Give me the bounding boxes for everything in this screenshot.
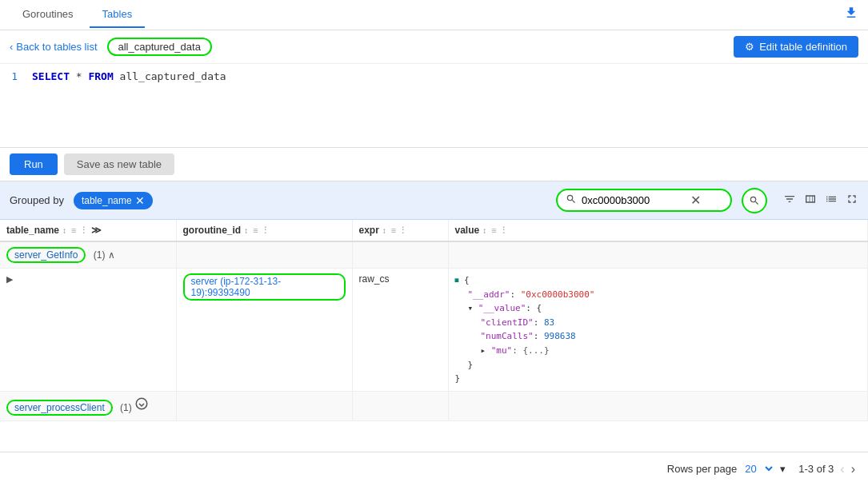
rows-per-page-select[interactable]: 20 50 100 bbox=[742, 462, 775, 476]
goroutine-id-cell: server (ip-172-31-13-19):99393490 bbox=[176, 269, 352, 392]
col-menu-icon-3[interactable]: ≡ ⋮ bbox=[391, 225, 407, 236]
pagination: 1-3 of 3 ‹ › bbox=[798, 462, 855, 476]
teal-dot: ■ bbox=[455, 277, 459, 284]
empty-cell bbox=[176, 241, 352, 269]
download-icon[interactable] bbox=[844, 6, 858, 24]
json-expand-mu[interactable]: ▸ bbox=[481, 345, 486, 356]
expr-cell: raw_cs bbox=[352, 269, 448, 392]
edit-table-button[interactable]: ⚙ Edit table definition bbox=[734, 36, 858, 58]
sort-icon-3[interactable]: ↕ bbox=[382, 226, 386, 235]
group-name-cell: server_GetInfo (1) ∧ bbox=[0, 241, 176, 269]
sql-from: FROM bbox=[88, 70, 113, 82]
expand-icon[interactable] bbox=[846, 193, 858, 209]
json-block: ■ { "__addr": "0xc0000b3000" ▾ "__value"… bbox=[455, 273, 862, 386]
line-numbers: 1 bbox=[0, 70, 26, 141]
tab-tables[interactable]: Tables bbox=[90, 2, 146, 28]
data-table: table_name ↕ ≡ ⋮ ≫ goroutine_id ↕ ≡ ⋮ bbox=[0, 220, 868, 421]
filter-icons bbox=[783, 193, 858, 209]
table-name-badge: all_captured_data bbox=[107, 38, 212, 56]
col-header-table-name: table_name ↕ ≡ ⋮ ≫ bbox=[0, 220, 176, 241]
group-chip[interactable]: table_name ✕ bbox=[74, 192, 153, 209]
gear-icon: ⚙ bbox=[745, 41, 754, 53]
group-toggle-icon-2[interactable] bbox=[134, 402, 149, 413]
empty-cell-6 bbox=[448, 391, 868, 420]
col-menu-icon[interactable]: ≡ ⋮ bbox=[71, 225, 87, 236]
data-table-wrapper: table_name ↕ ≡ ⋮ ≫ goroutine_id ↕ ≡ ⋮ bbox=[0, 220, 868, 452]
line-number: 1 bbox=[8, 70, 18, 82]
group-name-server-processclient[interactable]: server_processClient bbox=[6, 400, 113, 416]
table-row: ▶ server (ip-172-31-13-19):99393490 raw_… bbox=[0, 269, 868, 392]
goroutine-link[interactable]: server (ip-172-31-13-19):99393490 bbox=[183, 273, 346, 301]
sql-select: SELECT bbox=[32, 70, 70, 82]
col-header-goroutine-id: goroutine_id ↕ ≡ ⋮ bbox=[176, 220, 352, 241]
breadcrumb-row: ‹ Back to tables list all_captured_data … bbox=[0, 30, 868, 64]
col-header-value: value ↕ ≡ ⋮ bbox=[448, 220, 868, 241]
search-go-button[interactable] bbox=[742, 188, 767, 213]
table-row: server_GetInfo (1) ∧ bbox=[0, 241, 868, 269]
search-box: ✕ bbox=[556, 189, 732, 212]
col-header-expr: expr ↕ ≡ ⋮ bbox=[352, 220, 448, 241]
json-expand-value[interactable]: ▾ bbox=[468, 303, 474, 313]
table-name-cell: ▶ bbox=[0, 269, 176, 392]
row-expand-icon[interactable]: ▶ bbox=[6, 274, 13, 284]
group-chip-label: table_name bbox=[82, 195, 132, 206]
footer: Rows per page 20 50 100 ▾ 1-3 of 3 ‹ › bbox=[0, 452, 868, 485]
top-nav: Goroutines Tables bbox=[0, 0, 868, 30]
group-count-2: (1) bbox=[120, 402, 132, 413]
search-icon bbox=[566, 193, 577, 207]
next-page-button[interactable]: › bbox=[851, 462, 855, 476]
group-toggle-icon[interactable]: ∧ bbox=[108, 249, 115, 261]
list-icon[interactable] bbox=[825, 193, 838, 209]
empty-cell-4 bbox=[176, 391, 352, 420]
sort-icon-2[interactable]: ↕ bbox=[244, 226, 248, 235]
columns-icon[interactable] bbox=[804, 193, 817, 209]
group-name-server-getinfo[interactable]: server_GetInfo bbox=[6, 247, 86, 263]
rows-per-page: Rows per page 20 50 100 ▾ bbox=[667, 462, 786, 476]
back-to-tables-link[interactable]: ‹ Back to tables list bbox=[10, 41, 98, 53]
empty-cell-2 bbox=[352, 241, 448, 269]
toolbar: Run Save as new table bbox=[0, 148, 868, 181]
col-menu-icon-2[interactable]: ≡ ⋮ bbox=[253, 225, 269, 236]
group-name-cell-2: server_processClient (1) bbox=[0, 391, 176, 420]
col-menu-icon-4[interactable]: ≡ ⋮ bbox=[491, 225, 507, 236]
dropdown-arrow-icon: ▾ bbox=[780, 463, 786, 475]
back-label: Back to tables list bbox=[16, 41, 97, 53]
edit-table-label: Edit table definition bbox=[759, 41, 847, 53]
sort-icon-4[interactable]: ↕ bbox=[482, 226, 486, 235]
chevron-left-icon: ‹ bbox=[10, 41, 13, 53]
empty-cell-3 bbox=[448, 241, 868, 269]
tab-goroutines[interactable]: Goroutines bbox=[10, 2, 86, 28]
prev-page-button[interactable]: ‹ bbox=[840, 462, 844, 476]
save-as-new-table-button[interactable]: Save as new table bbox=[64, 153, 174, 175]
remove-group-icon[interactable]: ✕ bbox=[135, 194, 145, 207]
filter-row: Grouped by table_name ✕ ✕ bbox=[0, 181, 868, 220]
sql-editor: 1 SELECT * FROM all_captured_data bbox=[0, 64, 868, 148]
empty-cell-5 bbox=[352, 391, 448, 420]
group-count: (1) bbox=[94, 249, 106, 261]
rows-per-page-label: Rows per page bbox=[667, 463, 737, 475]
table-row: server_processClient (1) bbox=[0, 391, 868, 420]
sort-icon[interactable]: ↕ bbox=[62, 226, 66, 235]
sql-content[interactable]: SELECT * FROM all_captured_data bbox=[26, 70, 868, 141]
col-expand-icon[interactable]: ≫ bbox=[91, 225, 102, 236]
pagination-label: 1-3 of 3 bbox=[798, 463, 834, 475]
svg-point-0 bbox=[136, 398, 147, 409]
value-cell: ■ { "__addr": "0xc0000b3000" ▾ "__value"… bbox=[448, 269, 868, 392]
run-button[interactable]: Run bbox=[10, 153, 58, 175]
search-input[interactable] bbox=[582, 194, 686, 206]
expr-value: raw_cs bbox=[359, 273, 390, 285]
filter-funnel-icon[interactable] bbox=[783, 193, 796, 209]
search-clear-icon[interactable]: ✕ bbox=[690, 193, 701, 208]
grouped-by-label: Grouped by bbox=[10, 194, 64, 206]
